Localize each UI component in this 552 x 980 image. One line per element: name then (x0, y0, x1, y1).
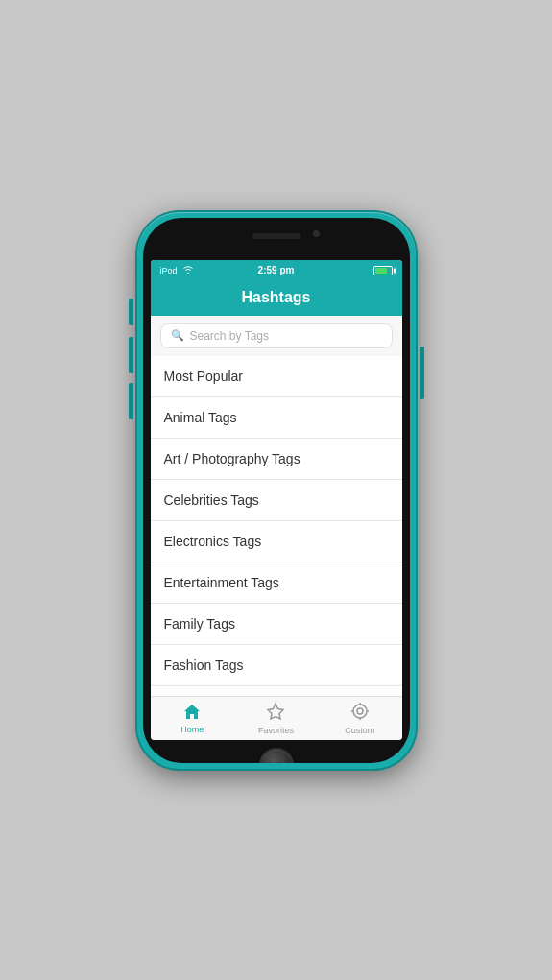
search-icon: 🔍 (171, 329, 184, 342)
favorites-tab-icon (266, 702, 285, 724)
carrier-label: iPod (160, 266, 178, 275)
list-item[interactable]: Follow / Shoutout / Like / Comme... (151, 686, 402, 696)
list-item[interactable]: Electronics Tags (151, 521, 402, 562)
search-bar[interactable]: 🔍 Search by Tags (160, 323, 393, 348)
list-item-label: Most Popular (164, 369, 243, 384)
tab-home[interactable]: Home (151, 697, 234, 740)
speaker (252, 233, 300, 239)
list-item[interactable]: Fashion Tags (151, 645, 402, 686)
list-item[interactable]: Family Tags (151, 604, 402, 645)
list-item[interactable]: Most Popular (151, 356, 402, 397)
custom-tab-icon (350, 702, 370, 724)
header-title: Hashtags (241, 289, 310, 305)
home-button-area (151, 740, 402, 763)
home-button-inner (269, 757, 284, 763)
list-item-label: Family Tags (164, 616, 235, 632)
list-item[interactable]: Celebrities Tags (151, 480, 402, 521)
screen: iPod 2:59 pm (151, 260, 402, 740)
status-time: 2:59 pm (258, 265, 295, 275)
category-list: Most Popular Animal Tags Art / Photograp… (151, 356, 402, 696)
tab-custom[interactable]: Custom (318, 697, 401, 740)
list-item-label: Animal Tags (164, 410, 237, 425)
status-bar: iPod 2:59 pm (151, 260, 402, 281)
tab-bar: Home Favorites (151, 696, 402, 740)
favorites-tab-label: Favorites (258, 726, 294, 735)
home-tab-label: Home (180, 725, 204, 734)
status-left: iPod (160, 265, 194, 275)
status-right (373, 266, 393, 275)
list-item-label: Art / Photography Tags (164, 451, 300, 466)
home-tab-icon (182, 703, 202, 723)
phone-inner: iPod 2:59 pm (143, 218, 410, 763)
list-item-label: Fashion Tags (164, 657, 244, 673)
list-item[interactable]: Entertainment Tags (151, 562, 402, 604)
list-item-label: Entertainment Tags (164, 575, 279, 590)
battery-indicator (373, 266, 393, 275)
list-item[interactable]: Art / Photography Tags (151, 439, 402, 480)
power-button (420, 347, 424, 399)
custom-tab-label: Custom (345, 726, 374, 735)
volume-down-button (129, 383, 133, 419)
app-header: Hashtags (151, 281, 402, 316)
svg-point-1 (353, 705, 367, 718)
list-item[interactable]: Animal Tags (151, 397, 402, 439)
home-button[interactable] (259, 748, 294, 763)
battery-fill (375, 268, 387, 274)
svg-point-2 (357, 708, 363, 714)
wifi-icon (182, 265, 194, 275)
volume-up-button (129, 337, 133, 373)
search-container: 🔍 Search by Tags (151, 316, 402, 356)
svg-marker-0 (268, 704, 283, 719)
phone-frame: iPod 2:59 pm (137, 212, 416, 769)
list-item-label: Electronics Tags (164, 534, 262, 549)
mute-button (129, 299, 133, 325)
search-placeholder: Search by Tags (190, 329, 270, 343)
tab-favorites[interactable]: Favorites (234, 697, 318, 740)
camera (313, 230, 320, 237)
list-item-label: Celebrities Tags (164, 492, 259, 508)
